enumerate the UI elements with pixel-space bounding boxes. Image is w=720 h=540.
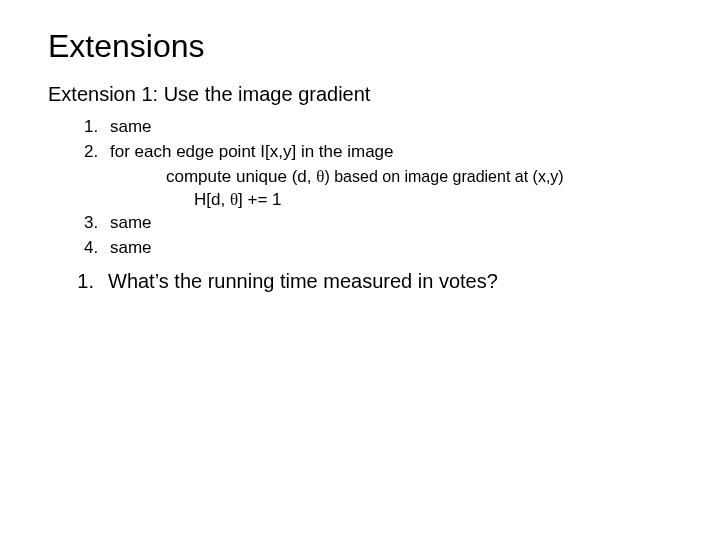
step-number: 2. (84, 141, 110, 164)
text-fragment: ) based on image gradient at (x,y) (324, 168, 563, 185)
step-text: same (110, 212, 152, 235)
theta-symbol: θ (230, 190, 238, 209)
step-2-line-b: H[d, θ] += 1 (194, 189, 672, 212)
step-text: for each edge point I[x,y] in the image (110, 141, 394, 164)
step-text: same (110, 237, 152, 260)
step-2-line-a: compute unique (d, θ) based on image gra… (166, 166, 672, 189)
slide-title: Extensions (48, 28, 672, 65)
slide: Extensions Extension 1: Use the image gr… (0, 0, 720, 540)
question-list: 1. What’s the running time measured in v… (48, 268, 672, 295)
step-number: 3. (84, 212, 110, 235)
algorithm-steps: 1. same 2. for each edge point I[x,y] in… (84, 116, 672, 260)
step-text: same (110, 116, 152, 139)
step-1: 1. same (84, 116, 672, 139)
text-fragment: ] += 1 (238, 190, 281, 209)
text-fragment: compute unique (d, (166, 167, 316, 186)
step-3: 3. same (84, 212, 672, 235)
step-4: 4. same (84, 237, 672, 260)
text-fragment: H[d, (194, 190, 230, 209)
extension-subtitle: Extension 1: Use the image gradient (48, 83, 672, 106)
question-text: What’s the running time measured in vote… (108, 268, 498, 295)
question-1: 1. What’s the running time measured in v… (48, 268, 672, 295)
step-2: 2. for each edge point I[x,y] in the ima… (84, 141, 672, 164)
question-number: 1. (48, 268, 108, 295)
step-number: 1. (84, 116, 110, 139)
step-number: 4. (84, 237, 110, 260)
